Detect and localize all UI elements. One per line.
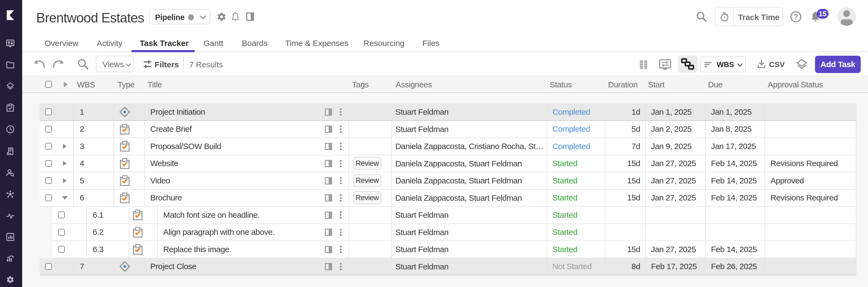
- svg-text:?: ?: [794, 13, 798, 21]
